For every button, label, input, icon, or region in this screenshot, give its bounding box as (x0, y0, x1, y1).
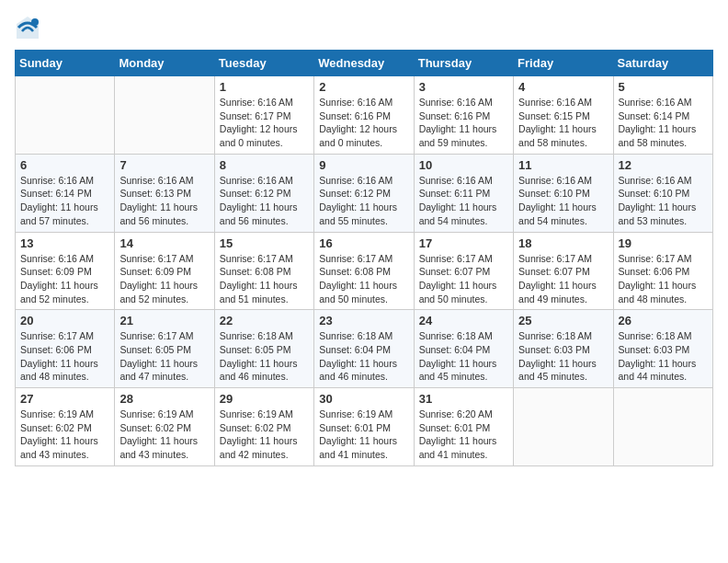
calendar-cell: 10Sunrise: 6:16 AM Sunset: 6:11 PM Dayli… (414, 154, 513, 232)
calendar-cell: 22Sunrise: 6:18 AM Sunset: 6:05 PM Dayli… (214, 310, 313, 388)
calendar-cell: 3Sunrise: 6:16 AM Sunset: 6:16 PM Daylig… (414, 76, 513, 155)
day-number: 13 (20, 236, 109, 250)
day-info: Sunrise: 6:18 AM Sunset: 6:04 PM Dayligh… (419, 329, 508, 384)
calendar-cell: 17Sunrise: 6:17 AM Sunset: 6:07 PM Dayli… (414, 232, 513, 310)
calendar-cell: 26Sunrise: 6:18 AM Sunset: 6:03 PM Dayli… (613, 310, 712, 388)
day-number: 8 (220, 158, 309, 172)
calendar-table: SundayMondayTuesdayWednesdayThursdayFrid… (15, 50, 713, 466)
day-info: Sunrise: 6:19 AM Sunset: 6:02 PM Dayligh… (119, 408, 209, 462)
day-info: Sunrise: 6:16 AM Sunset: 6:16 PM Dayligh… (319, 96, 408, 150)
day-number: 1 (220, 80, 309, 94)
calendar-cell: 15Sunrise: 6:17 AM Sunset: 6:08 PM Dayli… (214, 232, 313, 310)
day-info: Sunrise: 6:17 AM Sunset: 6:07 PM Dayligh… (419, 252, 508, 306)
day-info: Sunrise: 6:16 AM Sunset: 6:17 PM Dayligh… (220, 96, 309, 150)
day-number: 15 (220, 236, 309, 250)
day-number: 24 (419, 314, 508, 327)
calendar-week-row: 6Sunrise: 6:16 AM Sunset: 6:14 PM Daylig… (16, 154, 713, 232)
day-info: Sunrise: 6:16 AM Sunset: 6:16 PM Dayligh… (419, 96, 508, 150)
calendar-cell (16, 76, 115, 155)
day-info: Sunrise: 6:16 AM Sunset: 6:12 PM Dayligh… (220, 174, 309, 228)
calendar-cell: 21Sunrise: 6:17 AM Sunset: 6:05 PM Dayli… (115, 310, 214, 388)
day-number: 26 (619, 314, 708, 327)
day-info: Sunrise: 6:17 AM Sunset: 6:06 PM Dayligh… (20, 329, 109, 384)
day-number: 7 (119, 158, 209, 172)
day-info: Sunrise: 6:19 AM Sunset: 6:02 PM Dayligh… (20, 408, 109, 462)
day-info: Sunrise: 6:19 AM Sunset: 6:02 PM Dayligh… (220, 408, 309, 462)
day-number: 12 (619, 158, 708, 172)
day-number: 10 (419, 158, 508, 172)
day-info: Sunrise: 6:16 AM Sunset: 6:10 PM Dayligh… (518, 174, 608, 228)
calendar-cell: 24Sunrise: 6:18 AM Sunset: 6:04 PM Dayli… (414, 310, 513, 388)
day-number: 9 (319, 158, 408, 172)
day-number: 21 (119, 314, 209, 327)
day-info: Sunrise: 6:19 AM Sunset: 6:01 PM Dayligh… (319, 408, 408, 462)
calendar-cell (613, 388, 712, 466)
day-number: 25 (518, 314, 608, 327)
calendar-cell: 31Sunrise: 6:20 AM Sunset: 6:01 PM Dayli… (414, 388, 513, 466)
day-number: 5 (619, 80, 708, 94)
calendar-cell: 20Sunrise: 6:17 AM Sunset: 6:06 PM Dayli… (16, 310, 115, 388)
calendar-day-header: Saturday (613, 51, 712, 76)
calendar-cell: 28Sunrise: 6:19 AM Sunset: 6:02 PM Dayli… (115, 388, 214, 466)
logo (15, 15, 44, 40)
day-info: Sunrise: 6:16 AM Sunset: 6:15 PM Dayligh… (518, 96, 608, 150)
day-info: Sunrise: 6:16 AM Sunset: 6:10 PM Dayligh… (619, 174, 708, 228)
day-info: Sunrise: 6:16 AM Sunset: 6:12 PM Dayligh… (319, 174, 408, 228)
calendar-day-header: Tuesday (214, 51, 313, 76)
calendar-cell: 16Sunrise: 6:17 AM Sunset: 6:08 PM Dayli… (314, 232, 414, 310)
day-number: 2 (319, 80, 408, 94)
calendar-cell: 7Sunrise: 6:16 AM Sunset: 6:13 PM Daylig… (115, 154, 214, 232)
calendar-week-row: 1Sunrise: 6:16 AM Sunset: 6:17 PM Daylig… (16, 76, 713, 155)
day-info: Sunrise: 6:18 AM Sunset: 6:03 PM Dayligh… (518, 329, 608, 384)
calendar-cell: 23Sunrise: 6:18 AM Sunset: 6:04 PM Dayli… (314, 310, 414, 388)
day-info: Sunrise: 6:16 AM Sunset: 6:13 PM Dayligh… (119, 174, 209, 228)
day-info: Sunrise: 6:18 AM Sunset: 6:05 PM Dayligh… (220, 329, 309, 384)
calendar-cell: 4Sunrise: 6:16 AM Sunset: 6:15 PM Daylig… (514, 76, 613, 155)
calendar-cell: 13Sunrise: 6:16 AM Sunset: 6:09 PM Dayli… (16, 232, 115, 310)
day-info: Sunrise: 6:16 AM Sunset: 6:11 PM Dayligh… (419, 174, 508, 228)
calendar-day-header: Thursday (414, 51, 513, 76)
day-info: Sunrise: 6:16 AM Sunset: 6:14 PM Dayligh… (619, 96, 708, 150)
day-number: 11 (518, 158, 608, 172)
calendar-cell: 14Sunrise: 6:17 AM Sunset: 6:09 PM Dayli… (115, 232, 214, 310)
calendar-cell: 2Sunrise: 6:16 AM Sunset: 6:16 PM Daylig… (314, 76, 414, 155)
calendar-week-row: 20Sunrise: 6:17 AM Sunset: 6:06 PM Dayli… (16, 310, 713, 388)
day-info: Sunrise: 6:20 AM Sunset: 6:01 PM Dayligh… (419, 408, 508, 462)
day-info: Sunrise: 6:16 AM Sunset: 6:09 PM Dayligh… (20, 252, 109, 306)
day-number: 4 (518, 80, 608, 94)
day-number: 14 (119, 236, 209, 250)
day-info: Sunrise: 6:17 AM Sunset: 6:08 PM Dayligh… (319, 252, 408, 306)
day-number: 31 (419, 392, 508, 406)
day-number: 3 (419, 80, 508, 94)
calendar-cell: 25Sunrise: 6:18 AM Sunset: 6:03 PM Dayli… (514, 310, 613, 388)
calendar-day-header: Wednesday (314, 51, 414, 76)
calendar-week-row: 27Sunrise: 6:19 AM Sunset: 6:02 PM Dayli… (16, 388, 713, 466)
calendar-cell: 8Sunrise: 6:16 AM Sunset: 6:12 PM Daylig… (214, 154, 313, 232)
day-number: 29 (220, 392, 309, 406)
day-info: Sunrise: 6:17 AM Sunset: 6:06 PM Dayligh… (619, 252, 708, 306)
day-info: Sunrise: 6:17 AM Sunset: 6:05 PM Dayligh… (119, 329, 209, 384)
calendar-cell: 11Sunrise: 6:16 AM Sunset: 6:10 PM Dayli… (514, 154, 613, 232)
day-number: 30 (319, 392, 408, 406)
day-number: 22 (220, 314, 309, 327)
calendar-cell: 1Sunrise: 6:16 AM Sunset: 6:17 PM Daylig… (214, 76, 313, 155)
day-info: Sunrise: 6:17 AM Sunset: 6:08 PM Dayligh… (220, 252, 309, 306)
calendar-day-header: Sunday (16, 51, 115, 76)
logo-icon (15, 15, 40, 40)
calendar-cell (514, 388, 613, 466)
calendar-day-header: Monday (115, 51, 214, 76)
day-number: 16 (319, 236, 408, 250)
calendar-cell: 19Sunrise: 6:17 AM Sunset: 6:06 PM Dayli… (613, 232, 712, 310)
page-header (15, 15, 713, 40)
calendar-cell: 12Sunrise: 6:16 AM Sunset: 6:10 PM Dayli… (613, 154, 712, 232)
calendar-cell: 5Sunrise: 6:16 AM Sunset: 6:14 PM Daylig… (613, 76, 712, 155)
calendar-cell (115, 76, 214, 155)
calendar-day-header: Friday (514, 51, 613, 76)
calendar-header-row: SundayMondayTuesdayWednesdayThursdayFrid… (16, 51, 713, 76)
day-info: Sunrise: 6:18 AM Sunset: 6:03 PM Dayligh… (619, 329, 708, 384)
calendar-cell: 18Sunrise: 6:17 AM Sunset: 6:07 PM Dayli… (514, 232, 613, 310)
day-number: 27 (20, 392, 109, 406)
svg-point-2 (31, 18, 39, 26)
day-info: Sunrise: 6:17 AM Sunset: 6:07 PM Dayligh… (518, 252, 608, 306)
day-info: Sunrise: 6:18 AM Sunset: 6:04 PM Dayligh… (319, 329, 408, 384)
